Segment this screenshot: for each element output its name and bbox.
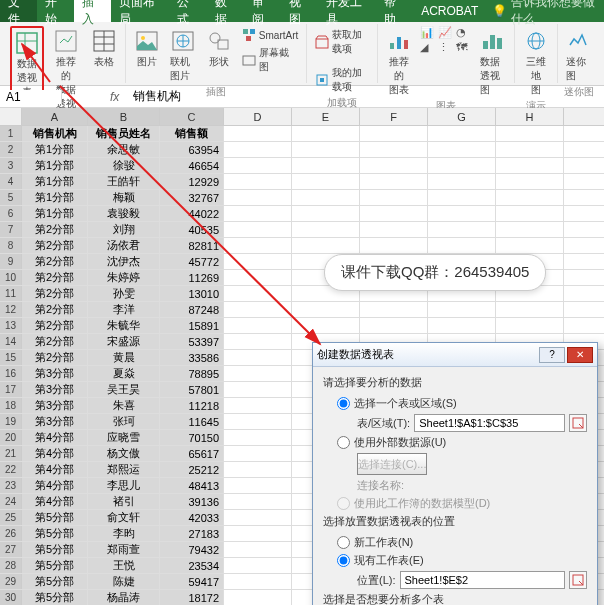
cell[interactable]: 第3分部 [22,398,88,413]
cell[interactable]: 沈伊杰 [88,254,160,269]
tab-acrobat[interactable]: ACROBAT [413,0,486,22]
cell[interactable]: 第3分部 [22,414,88,429]
cell[interactable] [292,174,360,189]
cell[interactable] [224,510,292,525]
cell[interactable]: 徐骏 [88,158,160,173]
cell[interactable]: 第5分部 [22,510,88,525]
row-header[interactable]: 18 [0,398,22,413]
tab-layout[interactable]: 页面布局 [111,0,169,22]
cell[interactable]: 第2分部 [22,238,88,253]
cell[interactable]: 46654 [160,158,224,173]
cell[interactable]: 孙雯 [88,286,160,301]
cell[interactable]: 82811 [160,238,224,253]
cell[interactable]: 第5分部 [22,590,88,605]
cell[interactable]: 18172 [160,590,224,605]
cell[interactable]: 第2分部 [22,318,88,333]
cell[interactable]: 11269 [160,270,224,285]
col-header-g[interactable]: G [428,108,496,125]
cell[interactable]: 销售员姓名 [88,126,160,141]
col-header-c[interactable]: C [160,108,224,125]
cell[interactable]: 夏焱 [88,366,160,381]
cell[interactable]: 销售额 [160,126,224,141]
cell[interactable] [292,238,360,253]
row-header[interactable]: 16 [0,366,22,381]
cell[interactable] [428,142,496,157]
range-picker-button[interactable] [569,414,587,432]
cell[interactable] [428,302,496,317]
cell[interactable]: 42033 [160,510,224,525]
cell[interactable] [292,142,360,157]
cell[interactable]: 杨文傲 [88,446,160,461]
cell[interactable] [496,318,564,333]
cell[interactable]: 朱喜 [88,398,160,413]
cell[interactable]: 第4分部 [22,478,88,493]
row-header[interactable]: 17 [0,382,22,397]
col-header-d[interactable]: D [224,108,292,125]
cell[interactable]: 吴王昊 [88,382,160,397]
cell[interactable]: 李洋 [88,302,160,317]
cell[interactable]: 70150 [160,430,224,445]
radio-new-sheet[interactable] [337,536,350,549]
cell[interactable]: 第1分部 [22,190,88,205]
cell[interactable] [428,158,496,173]
line-chart-icon[interactable]: 📈 [438,26,454,39]
cell[interactable] [496,142,564,157]
cell[interactable]: 48413 [160,478,224,493]
radio-existing-sheet[interactable] [337,554,350,567]
cell[interactable] [496,222,564,237]
cell[interactable]: 第4分部 [22,430,88,445]
cell[interactable] [224,206,292,221]
cell[interactable]: 朱婷婷 [88,270,160,285]
cell[interactable] [428,238,496,253]
tab-developer[interactable]: 开发工具 [318,0,376,22]
cell[interactable] [224,174,292,189]
cell[interactable]: 第2分部 [22,270,88,285]
cell[interactable]: 32767 [160,190,224,205]
cell[interactable] [428,222,496,237]
cell[interactable] [292,318,360,333]
cell[interactable] [428,206,496,221]
cell[interactable]: 第5分部 [22,542,88,557]
map-chart-icon[interactable]: 🗺 [456,41,472,54]
row-header[interactable]: 15 [0,350,22,365]
cell[interactable]: 第1分部 [22,158,88,173]
cell[interactable]: 李昀 [88,526,160,541]
cell[interactable] [224,318,292,333]
cell[interactable] [428,126,496,141]
cell[interactable]: 第1分部 [22,142,88,157]
row-header[interactable]: 6 [0,206,22,221]
formula-input[interactable]: 销售机构 [127,88,604,105]
name-box[interactable]: A1 [0,90,62,104]
tab-data[interactable]: 数据 [207,0,244,22]
cell[interactable] [496,190,564,205]
cell[interactable]: 张珂 [88,414,160,429]
col-header-h[interactable]: H [496,108,564,125]
table-button[interactable]: 表格 [89,26,119,71]
cell[interactable] [224,574,292,589]
row-header[interactable]: 14 [0,334,22,349]
chart-types[interactable]: 📊📈◔ ◢⋮🗺 [420,26,472,54]
cell[interactable] [360,126,428,141]
row-header[interactable]: 3 [0,158,22,173]
cell[interactable] [292,222,360,237]
cell[interactable]: 刘翔 [88,222,160,237]
cell[interactable] [360,206,428,221]
cell[interactable] [224,462,292,477]
cell[interactable]: 40535 [160,222,224,237]
cell[interactable] [224,526,292,541]
cell[interactable]: 陈婕 [88,574,160,589]
cell[interactable] [292,190,360,205]
row-header[interactable]: 25 [0,510,22,525]
row-header[interactable]: 26 [0,526,22,541]
row-header[interactable]: 21 [0,446,22,461]
cell[interactable]: 53397 [160,334,224,349]
help-button[interactable]: ? [539,347,565,363]
row-header[interactable]: 30 [0,590,22,605]
col-header-e[interactable]: E [292,108,360,125]
row-header[interactable]: 2 [0,142,22,157]
cell[interactable]: 俞文轩 [88,510,160,525]
cell[interactable] [224,238,292,253]
cell[interactable]: 39136 [160,494,224,509]
pie-chart-icon[interactable]: ◔ [456,26,472,39]
cell[interactable]: 第3分部 [22,366,88,381]
